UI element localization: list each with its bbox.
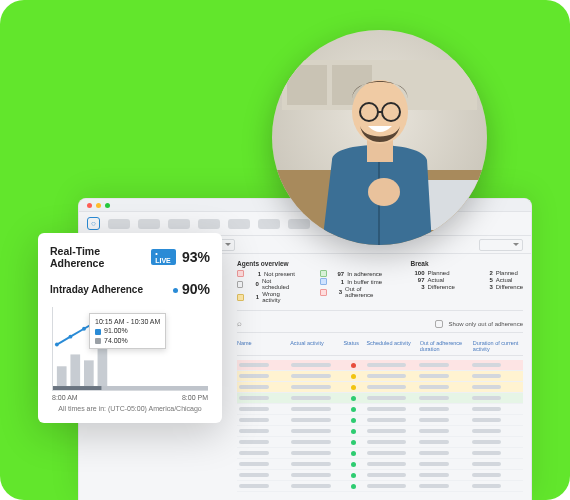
status-dot-icon [351,462,356,467]
status-dot-icon [351,407,356,412]
nav-item[interactable] [168,219,190,229]
table-row[interactable] [237,470,523,481]
status-dot-icon [351,418,356,423]
col-status[interactable]: Status [343,340,363,352]
svg-point-15 [55,343,59,347]
status-dot-icon [351,451,356,456]
nav-item[interactable] [288,219,310,229]
tooltip-value-b: 74.00% [104,337,128,344]
chevron-down-icon [513,243,519,246]
axis-end: 8:00 PM [182,394,208,401]
agent-table-body [237,360,523,492]
intraday-percent: 90% [182,281,210,297]
table-row[interactable] [237,382,523,393]
table-row[interactable] [237,459,523,470]
traffic-minimize[interactable] [96,203,101,208]
nav-item[interactable] [258,219,280,229]
svg-rect-11 [57,366,67,386]
col-current-duration[interactable]: Duration of current activity [473,340,523,352]
tooltip-time-range: 10:15 AM - 10:30 AM [95,317,160,326]
traffic-close[interactable] [87,203,92,208]
svg-rect-13 [84,360,94,386]
svg-point-16 [69,335,73,339]
tooltip-series-a-icon [95,329,101,335]
chart-tooltip: 10:15 AM - 10:30 AM 91.00% 74.00% [89,313,166,349]
tooltip-value-a: 91.00% [104,327,128,334]
col-scheduled[interactable]: Scheduled activity [366,340,416,352]
svg-rect-20 [53,386,101,390]
status-dot-icon [351,484,356,489]
nav-item[interactable] [138,219,160,229]
svg-rect-14 [98,347,108,387]
hero-avatar [272,30,487,245]
status-dot-icon [351,473,356,478]
realtime-title: Real-Time Adherence [50,245,151,269]
table-row[interactable] [237,371,523,382]
svg-point-17 [82,327,86,331]
status-dot-icon [351,374,356,379]
table-row[interactable] [237,481,523,492]
table-controls: ⌕ Show only out of adherence [237,315,523,333]
status-dot-icon [351,385,356,390]
avatar-illustration [272,30,487,245]
out-of-adherence-checkbox[interactable] [435,320,443,328]
table-row[interactable] [237,360,523,371]
chevron-down-icon [225,243,231,246]
nav-item[interactable] [228,219,250,229]
status-dot-icon [351,396,356,401]
chart-x-axis: 8:00 AM 8:00 PM [50,394,210,401]
agents-overview-panel: Agents overview 1Not present 0Not schedu… [237,260,523,311]
col-out-duration[interactable]: Out of adherence duration [420,340,470,352]
svg-rect-3 [287,65,327,105]
status-dot-icon [351,429,356,434]
table-row[interactable] [237,426,523,437]
svg-rect-12 [70,354,80,386]
timezone-note: All times are in: (UTC-05:00) America/Ch… [50,405,210,412]
break-heading: Break [411,260,455,267]
nav-item[interactable] [108,219,130,229]
table-row[interactable] [237,393,523,404]
intraday-chart[interactable]: 10:15 AM - 10:30 AM 91.00% 74.00% [52,307,208,391]
svg-point-5 [368,178,400,206]
table-row[interactable] [237,448,523,459]
col-name[interactable]: Name [237,340,287,352]
table-row[interactable] [237,437,523,448]
search-icon[interactable]: ⌕ [237,319,242,328]
app-logo-icon[interactable]: ○ [87,217,100,230]
series-dot-icon [173,288,178,293]
filter-checkbox-label: Show only out of adherence [449,321,523,327]
axis-start: 8:00 AM [52,394,78,401]
live-badge: • LIVE [151,249,176,265]
app-stage: ○ Agents overview 1Not present [0,0,570,500]
realtime-percent: 93% [182,249,210,265]
col-actual[interactable]: Actual activity [290,340,340,352]
nav-item[interactable] [198,219,220,229]
status-dot-icon [351,440,356,445]
filter-dropdown[interactable] [479,239,523,251]
intraday-title: Intraday Adherence [50,284,143,295]
adherence-card: Real-Time Adherence • LIVE 93% Intraday … [38,233,222,423]
status-dot-icon [351,363,356,368]
agents-overview-heading: Agents overview [237,260,296,267]
table-row[interactable] [237,415,523,426]
traffic-maximize[interactable] [105,203,110,208]
tooltip-series-b-icon [95,338,101,344]
agent-table-header: Name Actual activity Status Scheduled ac… [237,337,523,356]
table-row[interactable] [237,404,523,415]
